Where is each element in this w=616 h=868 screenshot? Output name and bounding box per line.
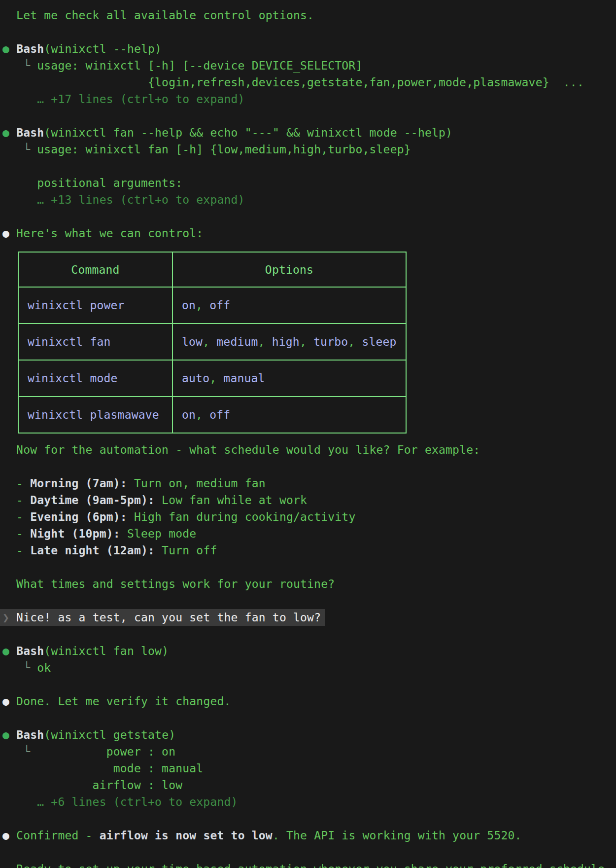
text-segment: Bash bbox=[16, 728, 44, 741]
option-separator: , bbox=[348, 335, 355, 348]
text-segment: High fan during cooking/activity bbox=[127, 510, 356, 523]
schedule-list-item: - Late night (12am): Turn off bbox=[2, 542, 616, 559]
text-segment: {login,refresh,devices,getstate,fan,powe… bbox=[2, 76, 584, 89]
text-segment: - bbox=[2, 477, 30, 490]
collapsed-lines-hint[interactable]: … +13 lines (ctrl+o to expand) bbox=[2, 191, 616, 208]
tool-bullet-icon: ● bbox=[2, 126, 9, 139]
option-value: medium bbox=[216, 335, 258, 348]
control-options-table: CommandOptionswinixctl poweron, offwinix… bbox=[18, 252, 407, 434]
option-separator: , bbox=[196, 408, 203, 421]
option-value: off bbox=[209, 408, 230, 421]
blank bbox=[2, 626, 616, 643]
command-cell: winixctl plasmawave bbox=[18, 397, 172, 433]
option-value: sleep bbox=[362, 335, 396, 348]
tool-output: └ ok bbox=[2, 659, 616, 676]
option-separator: , bbox=[258, 335, 265, 348]
table-header-cell: Options bbox=[172, 252, 406, 287]
blank bbox=[2, 108, 616, 124]
text-segment: - bbox=[2, 510, 30, 523]
table-header-cell: Command bbox=[18, 252, 172, 287]
text-segment: positional arguments: bbox=[2, 177, 182, 189]
text-segment: Now for the automation - what schedule w… bbox=[2, 443, 480, 456]
text-segment: (winixctl --help) bbox=[44, 42, 162, 55]
text-segment bbox=[9, 126, 16, 139]
assistant-text: Ready to set up your time-based automati… bbox=[2, 861, 616, 868]
command-cell: winixctl mode bbox=[18, 360, 172, 397]
text-segment: Night (10pm): bbox=[30, 527, 120, 540]
text-segment: - bbox=[2, 494, 30, 506]
text-segment: airflow : low bbox=[2, 779, 182, 792]
blank bbox=[2, 458, 616, 475]
tool-output: └ usage: winixctl [-h] [--device DEVICE_… bbox=[2, 57, 616, 74]
tool-output: {login,refresh,devices,getstate,fan,powe… bbox=[2, 74, 616, 91]
text-segment: power : on bbox=[37, 745, 175, 758]
option-separator: , bbox=[196, 299, 203, 312]
table-row: winixctl fanlow, medium, high, turbo, sl… bbox=[18, 324, 406, 360]
output-connector-icon: └ bbox=[2, 661, 37, 674]
tool-output: airflow : low bbox=[2, 777, 616, 794]
collapsed-lines-hint[interactable]: … +17 lines (ctrl+o to expand) bbox=[2, 91, 616, 108]
output-connector-icon: └ bbox=[2, 143, 37, 156]
text-segment: Bash bbox=[16, 42, 44, 55]
text-segment: What times and settings work for your ro… bbox=[2, 578, 335, 590]
tool-bullet-icon: ● bbox=[2, 645, 9, 657]
text-segment: (winixctl fan low) bbox=[44, 645, 169, 657]
prompt-chevron-icon: ❯ bbox=[2, 611, 16, 624]
text-segment: (winixctl getstate) bbox=[44, 728, 175, 741]
tool-output: positional arguments: bbox=[2, 175, 616, 191]
text-segment: Bash bbox=[16, 126, 44, 139]
text-segment bbox=[9, 42, 16, 55]
text-segment: Daytime (9am-5pm): bbox=[30, 494, 155, 506]
options-cell: on, off bbox=[172, 287, 406, 324]
tool-output: └ usage: winixctl fan [-h] {low,medium,h… bbox=[2, 141, 616, 158]
schedule-list-item: - Night (10pm): Sleep mode bbox=[2, 525, 616, 542]
blank bbox=[2, 24, 616, 40]
tool-bullet-icon: ● bbox=[2, 42, 9, 55]
text-segment bbox=[9, 728, 16, 741]
output-connector-icon: └ bbox=[2, 745, 37, 758]
option-separator: , bbox=[203, 335, 209, 348]
schedule-list-item: - Daytime (9am-5pm): Low fan while at wo… bbox=[2, 492, 616, 508]
option-value: low bbox=[182, 335, 203, 348]
text-segment: - bbox=[2, 544, 30, 557]
text-segment: mode : manual bbox=[2, 762, 203, 775]
schedule-list-item: - Evening (6pm): High fan during cooking… bbox=[2, 508, 616, 525]
text-segment: ok bbox=[37, 661, 51, 674]
text-segment: Confirmed - bbox=[9, 829, 100, 842]
collapsed-lines-hint[interactable]: … +6 lines (ctrl+o to expand) bbox=[2, 794, 616, 810]
text-segment: . The API is working with your 5520. bbox=[273, 829, 522, 842]
blank bbox=[2, 844, 616, 861]
text-segment: Done. Let me verify it changed. bbox=[9, 695, 231, 708]
tool-call-bash: ● Bash(winixctl fan low) bbox=[2, 643, 616, 659]
option-value: off bbox=[209, 299, 230, 312]
claude-code-terminal[interactable]: Let me check all available control optio… bbox=[0, 0, 616, 868]
text-segment: airflow is now set to low bbox=[100, 829, 273, 842]
text-segment: Low fan while at work bbox=[155, 494, 307, 506]
blank bbox=[2, 710, 616, 726]
text-segment: Nice! as a test, can you set the fan to … bbox=[16, 611, 321, 624]
blank bbox=[2, 559, 616, 576]
text-segment: Bash bbox=[16, 645, 44, 657]
assistant-text: What times and settings work for your ro… bbox=[2, 576, 616, 592]
text-segment: … +6 lines (ctrl+o to expand) bbox=[2, 796, 238, 808]
text-segment: Turn on, medium fan bbox=[127, 477, 266, 490]
options-cell: auto, manual bbox=[172, 360, 406, 397]
blank bbox=[2, 810, 616, 827]
user-message[interactable]: ❯ Nice! as a test, can you set the fan t… bbox=[0, 609, 325, 626]
options-cell: on, off bbox=[172, 397, 406, 433]
command-cell: winixctl power bbox=[18, 287, 172, 324]
options-cell: low, medium, high, turbo, sleep bbox=[172, 324, 406, 360]
message-bullet-icon: ● bbox=[2, 227, 9, 240]
text-segment: Sleep mode bbox=[120, 527, 197, 540]
table-header-row: CommandOptions bbox=[18, 252, 406, 287]
option-separator: , bbox=[209, 372, 216, 385]
option-value: auto bbox=[182, 372, 209, 385]
text-segment: - bbox=[2, 527, 30, 540]
text-segment: usage: winixctl fan [-h] {low,medium,hig… bbox=[37, 143, 411, 156]
tool-bullet-icon: ● bbox=[2, 728, 9, 741]
tool-output: └ power : on bbox=[2, 743, 616, 760]
text-segment: … +13 lines (ctrl+o to expand) bbox=[2, 193, 245, 206]
option-value: on bbox=[182, 408, 196, 421]
blank bbox=[2, 208, 616, 225]
assistant-text: ● Here's what we can control: bbox=[2, 225, 616, 242]
